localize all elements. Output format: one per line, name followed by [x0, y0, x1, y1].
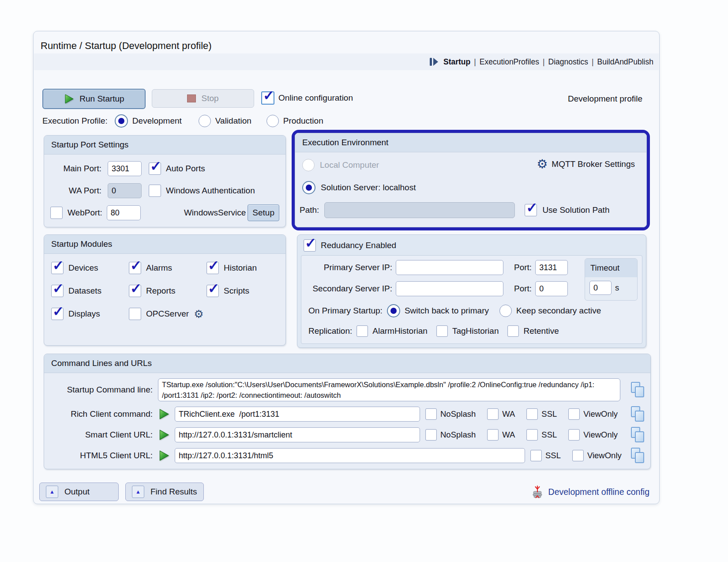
windows-authentication-checkbox[interactable]: [149, 185, 161, 197]
wa-port-input: [108, 183, 142, 198]
copy-smart-client-icon[interactable]: [631, 427, 645, 443]
startup-command-input[interactable]: TStartup.exe /solution:"C:\Users\User\Do…: [158, 378, 620, 401]
mqtt-gear-icon[interactable]: ⚙: [537, 158, 548, 170]
rich-nosplash-checkbox[interactable]: [425, 408, 437, 420]
rich-wa-label: WA: [502, 409, 515, 419]
html5-client-row: HTML5 Client URL: SSL ViewOnly: [44, 448, 645, 464]
auto-ports-label: Auto Ports: [166, 164, 205, 174]
copy-startup-command-icon[interactable]: [631, 382, 645, 398]
html5-viewonly-checkbox[interactable]: [572, 450, 584, 461]
breadcrumb-icon: [429, 57, 439, 67]
offline-config-label: Development offline config: [548, 487, 649, 497]
smart-nosplash-checkbox[interactable]: [425, 429, 437, 441]
offline-config-status[interactable]: Development offline config: [532, 485, 649, 498]
startup-port-settings-title: Startup Port Settings: [44, 136, 285, 155]
smart-client-run-icon[interactable]: [158, 429, 169, 441]
secondary-port-label: Port:: [514, 284, 532, 294]
local-computer-radio: [302, 159, 315, 171]
datasets-checkbox[interactable]: [51, 285, 64, 297]
alarmhistorian-checkbox[interactable]: [356, 325, 368, 337]
primary-port-input[interactable]: [535, 260, 568, 275]
rich-wa-checkbox[interactable]: [487, 408, 499, 420]
opcserver-label: OPCServer: [146, 309, 189, 319]
profile-radio-production[interactable]: [266, 115, 279, 127]
displays-checkbox[interactable]: [51, 308, 64, 320]
startup-modules-title: Startup Modules: [44, 235, 285, 254]
reports-checkbox[interactable]: [129, 285, 141, 297]
rich-ssl-checkbox[interactable]: [526, 408, 538, 420]
use-solution-path-checkbox[interactable]: [525, 204, 537, 216]
online-configuration-label: Online configuration: [278, 93, 353, 103]
solution-server-label: Solution Server: localhost: [321, 183, 416, 192]
rich-client-label: Rich Client command:: [44, 409, 153, 419]
main-port-input[interactable]: [108, 161, 142, 176]
html5-client-input[interactable]: [175, 448, 525, 463]
retentive-checkbox[interactable]: [507, 325, 519, 337]
webport-input[interactable]: [107, 205, 141, 220]
retentive-label: Retentive: [523, 326, 559, 336]
module-devices: Devices: [51, 262, 129, 274]
solution-server-radio[interactable]: [302, 181, 315, 194]
smart-ssl-checkbox[interactable]: [526, 429, 538, 441]
timeout-input[interactable]: [589, 281, 612, 295]
breadcrumb-item-startup[interactable]: Startup: [443, 57, 470, 67]
secondary-server-ip-label: Secondary Server IP:: [306, 284, 392, 294]
timeout-group: Timeout s: [585, 258, 638, 301]
online-configuration-checkbox[interactable]: [261, 91, 274, 105]
webport-label: WebPort:: [68, 208, 102, 218]
mqtt-broker-settings-label[interactable]: MQTT Broker Settings: [552, 159, 635, 169]
smart-wa-checkbox[interactable]: [487, 429, 499, 441]
scripts-checkbox[interactable]: [206, 285, 219, 297]
taghistorian-checkbox[interactable]: [436, 325, 448, 337]
profile-radio-development[interactable]: [115, 114, 128, 128]
switch-back-radio[interactable]: [387, 304, 400, 317]
html5-ssl-checkbox[interactable]: [530, 450, 542, 461]
profile-production-label: Production: [283, 116, 323, 126]
execution-environment-title: Execution Environment: [295, 133, 646, 152]
opcserver-gear-icon[interactable]: ⚙: [194, 309, 203, 320]
breadcrumb-item-executionprofiles[interactable]: ExecutionProfiles: [480, 57, 539, 67]
windows-service-label: WindowsService: [184, 208, 246, 218]
find-results-button[interactable]: ▲ Find Results: [125, 483, 204, 501]
timeout-unit: s: [615, 283, 619, 293]
switch-back-label: Switch back to primary: [405, 306, 489, 316]
webport-checkbox[interactable]: [50, 207, 63, 219]
smart-client-label: Smart Client URL:: [44, 430, 153, 440]
keep-secondary-radio[interactable]: [499, 305, 512, 317]
auto-ports-checkbox[interactable]: [149, 162, 161, 175]
startup-modules-panel: Startup Modules Devices Alarms Historian…: [44, 234, 286, 346]
breadcrumb-separator: |: [474, 57, 476, 67]
redundancy-enabled-checkbox[interactable]: [304, 239, 316, 252]
rich-viewonly-checkbox[interactable]: [568, 408, 580, 420]
startup-port-settings-panel: Startup Port Settings Main Port: Auto Po…: [44, 135, 286, 227]
profile-validation-label: Validation: [215, 116, 251, 126]
wa-port-label: WA Port:: [50, 186, 101, 196]
redundancy-panel: Redudancy Enabled Primary Server IP: Por…: [297, 234, 646, 348]
html5-client-run-icon[interactable]: [158, 450, 169, 461]
profile-radio-validation[interactable]: [199, 115, 211, 127]
breadcrumb-item-buildandpublish[interactable]: BuildAndPublish: [597, 57, 653, 67]
html5-client-label: HTML5 Client URL:: [44, 451, 153, 460]
windows-service-setup-button[interactable]: Setup: [248, 204, 279, 221]
output-button[interactable]: ▲ Output: [39, 483, 119, 501]
execution-profile-label: Execution Profile:: [42, 116, 108, 126]
profile-development-label: Development: [132, 116, 182, 126]
secondary-port-input[interactable]: [535, 281, 568, 296]
smart-viewonly-checkbox[interactable]: [568, 429, 580, 441]
stop-button[interactable]: Stop: [152, 89, 254, 108]
secondary-server-ip-input[interactable]: [396, 281, 503, 296]
alarms-checkbox[interactable]: [129, 262, 141, 274]
opcserver-checkbox[interactable]: [129, 308, 141, 320]
run-startup-button[interactable]: Run Startup: [42, 89, 146, 109]
breadcrumb-item-diagnostics[interactable]: Diagnostics: [548, 57, 588, 67]
rich-client-input[interactable]: [175, 407, 420, 422]
devices-checkbox[interactable]: [51, 262, 64, 274]
find-results-expand-icon: ▲: [132, 486, 144, 498]
primary-server-ip-input[interactable]: [396, 260, 503, 275]
copy-rich-client-icon[interactable]: [631, 406, 645, 422]
historian-checkbox[interactable]: [206, 262, 219, 274]
rich-client-run-icon[interactable]: [158, 408, 169, 420]
copy-html5-client-icon[interactable]: [631, 448, 645, 464]
smart-client-input[interactable]: [175, 427, 420, 442]
module-historian: Historian: [206, 262, 284, 274]
